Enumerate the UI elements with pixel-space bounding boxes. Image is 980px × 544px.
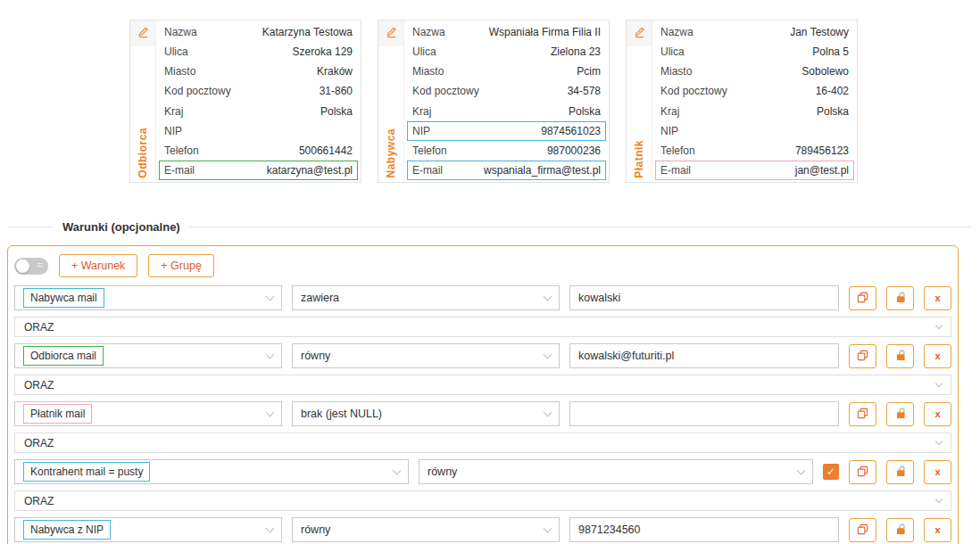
operator-select[interactable]: równy [419,459,813,484]
remove-button[interactable]: x [924,344,951,368]
unlocked-padlock-icon [894,349,907,363]
joiner-select-0[interactable]: ORAZ [14,317,951,337]
value-input[interactable] [569,517,839,542]
condition-row-1: Odbiorca mail równy x [14,343,951,368]
field-tag: Płatnik mail [23,404,92,424]
chevron-down-icon [935,495,943,502]
value-checkbox[interactable]: ✓ [823,464,839,480]
conditions-mode-toggle[interactable]: = [14,258,48,275]
lock-button[interactable] [886,344,914,368]
joiner-select-1[interactable]: ORAZ [14,375,951,395]
field-row-telefon: Telefon500661442 [159,141,358,161]
divider-line [189,227,971,227]
chevron-down-icon [266,408,275,416]
condition-row-0: Nabywca mail zawiera x [14,285,951,310]
operator-label: równy [301,523,330,536]
value-input[interactable] [569,343,839,368]
conditions-section-header: Warunki (opcjonalne) [7,220,971,234]
copy-button[interactable] [849,518,876,542]
field-row-ulica: UlicaZielona 23 [407,42,606,62]
copy-button[interactable] [849,402,876,426]
chevron-down-icon [544,408,552,416]
operator-label: zawiera [301,292,339,304]
field-tag: Nabywca z NIP [23,520,111,540]
card-platnik-side: Płatnik [627,21,652,182]
lock-button[interactable] [886,402,914,426]
joiner-select-2[interactable]: ORAZ [14,433,951,453]
remove-button[interactable]: x [924,460,951,484]
conditions-container: = + Warunek + Grupę Nabywca mail zawiera… [7,245,959,544]
card-odbiorca: Odbiorca NazwaKatarzyna Testowa UlicaSze… [129,20,361,183]
edit-button[interactable] [378,21,403,46]
field-select[interactable]: Nabywca mail [14,285,282,310]
edit-button[interactable] [130,21,155,46]
chevron-down-icon [935,379,943,386]
lock-button[interactable] [886,286,914,310]
copy-button[interactable] [849,344,876,368]
chevron-down-icon [266,523,275,532]
card-odbiorca-side: Odbiorca [130,21,156,182]
field-row-email-highlighted: E-mailkatarzyna@test.pl [159,161,358,180]
lock-button[interactable] [886,518,914,542]
field-select[interactable]: Płatnik mail [14,401,282,426]
chevron-down-icon [544,523,552,532]
field-row-nip-highlighted: NIP9874561023 [407,121,606,141]
conditions-toolbar: = + Warunek + Grupę [14,254,951,277]
copy-icon [857,350,868,363]
equals-icon: = [37,260,43,270]
field-row-kraj: KrajPolska [655,102,854,121]
field-row-miasto: MiastoKraków [159,62,358,81]
unlocked-padlock-icon [894,407,907,421]
field-row-kraj: KrajPolska [159,102,358,121]
joiner-label: ORAZ [24,379,54,392]
remove-button[interactable]: x [924,286,951,310]
field-row-miasto: MiastoPcim [407,62,606,81]
card-platnik: Płatnik NazwaJan Testowy UlicaPolna 5 Mi… [626,20,858,183]
unlocked-padlock-icon [894,465,907,479]
field-row-email-highlighted: E-mailwspaniala_firma@test.pl [407,161,606,180]
field-row-nazwa: NazwaKatarzyna Testowa [159,22,358,42]
card-role-label: Płatnik [633,135,645,182]
copy-icon [857,408,868,421]
operator-select[interactable]: zawiera [292,285,560,310]
field-row-email-highlighted: E-mailjan@test.pl [655,161,854,180]
field-select[interactable]: Nabywca z NIP [14,517,282,542]
pencil-icon [385,25,398,42]
chevron-down-icon [544,350,552,359]
value-input[interactable] [569,401,839,426]
field-row-miasto: MiastoSobolewo [655,62,854,81]
operator-select[interactable]: równy [292,343,560,368]
section-title: Warunki (opcjonalne) [62,220,180,234]
field-select[interactable]: Kontrahent mail = pusty [14,459,409,484]
chevron-down-icon [797,466,806,474]
field-row-nip: NIP [159,121,358,141]
card-nabywca: Nabywca NazwaWspaniała Firma Filia II Ul… [378,20,610,183]
remove-button[interactable]: x [924,518,951,542]
copy-button[interactable] [849,286,876,310]
condition-row-3: Kontrahent mail = pusty równy ✓ x [14,459,951,484]
add-condition-button[interactable]: + Warunek [59,254,137,277]
chevron-down-icon [393,466,402,474]
pencil-icon [633,25,646,42]
copy-icon [857,466,868,479]
copy-icon [857,292,868,305]
field-row-nip: NIP [655,121,854,141]
unlocked-padlock-icon [894,291,907,305]
joiner-select-3[interactable]: ORAZ [14,490,951,511]
field-select[interactable]: Odbiorca mail [14,343,282,368]
remove-button[interactable]: x [924,402,951,426]
copy-icon [857,523,868,537]
condition-row-4: Nabywca z NIP równy x [14,517,951,542]
copy-button[interactable] [849,460,876,484]
field-row-telefon: Telefon987000236 [407,141,606,161]
chevron-down-icon [935,321,943,328]
lock-button[interactable] [886,460,914,484]
operator-select[interactable]: równy [292,517,560,542]
contact-cards: Odbiorca NazwaKatarzyna Testowa UlicaSze… [129,20,980,183]
operator-select[interactable]: brak (jest NULL) [292,401,560,426]
field-row-kod-pocztowy: Kod pocztowy31-860 [159,81,358,101]
value-input[interactable] [569,285,839,310]
edit-button[interactable] [627,21,652,46]
joiner-label: ORAZ [24,437,54,449]
add-group-button[interactable]: + Grupę [148,254,214,277]
